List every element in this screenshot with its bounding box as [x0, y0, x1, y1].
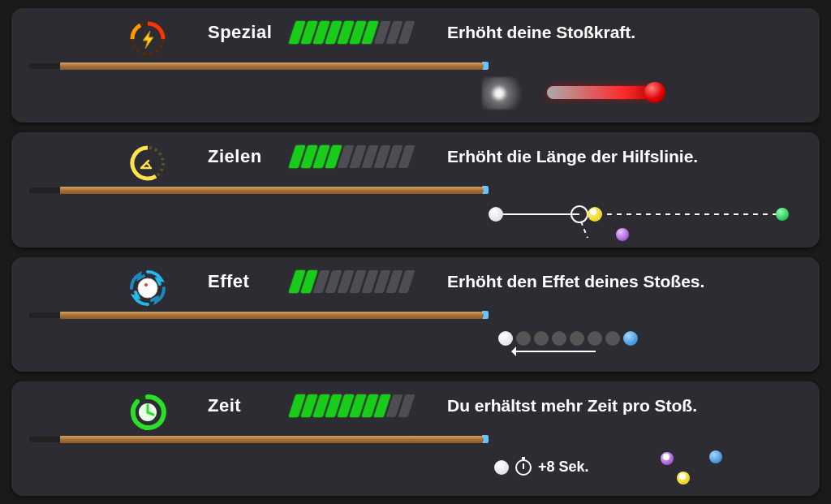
spin-visual	[482, 323, 803, 364]
stat-card-zielen: Zielen Erhöht die Länge der Hilfslinie.	[11, 132, 820, 247]
stopwatch-icon	[515, 459, 532, 476]
stat-description: Erhöht die Länge der Hilfslinie.	[447, 147, 698, 166]
purple-ball-icon	[616, 228, 629, 241]
stat-card-effet: Effet Erhöht den Effet deines Stoßes.	[11, 257, 820, 372]
purple-ball-icon	[661, 452, 674, 465]
stat-card-spezial: Spezial Erhöht deine Stoßkraft.	[11, 8, 820, 123]
cue-stick	[29, 58, 484, 73]
spin-trail	[498, 331, 638, 346]
green-ball-icon	[776, 208, 789, 221]
svg-point-8	[144, 283, 148, 286]
cue-stick	[29, 432, 484, 446]
cue-ball-icon	[494, 460, 509, 475]
stat-card-zeit: Zeit Du erhältst mehr Zeit pro Stoß. +8 …	[11, 381, 820, 496]
power-icon	[125, 16, 170, 62]
time-icon	[125, 390, 170, 435]
aim-icon	[125, 140, 170, 186]
arrow-left-icon	[515, 351, 596, 352]
yellow-ball-icon	[588, 207, 602, 222]
stat-description: Erhöht den Effet deines Stoßes.	[447, 272, 704, 291]
time-visual: +8 Sek.	[482, 447, 803, 488]
aim-visual	[482, 199, 803, 239]
stat-bars-zielen	[292, 145, 411, 168]
spin-icon	[125, 265, 170, 311]
time-bonus-text: +8 Sek.	[538, 459, 589, 476]
cue-stick	[29, 308, 484, 322]
blue-ball-icon	[709, 450, 722, 463]
stat-bars-zeit	[292, 394, 411, 417]
stat-description: Du erhältst mehr Zeit pro Stoß.	[447, 396, 697, 416]
stat-description: Erhöht deine Stoßkraft.	[447, 23, 635, 42]
cue-stick	[29, 183, 484, 197]
yellow-ball-icon	[677, 472, 690, 485]
power-visual	[482, 74, 803, 114]
svg-line-5	[581, 222, 588, 238]
stat-bars-spezial	[292, 21, 411, 44]
stat-bars-effet	[292, 270, 411, 293]
cue-ball-icon	[489, 207, 503, 222]
